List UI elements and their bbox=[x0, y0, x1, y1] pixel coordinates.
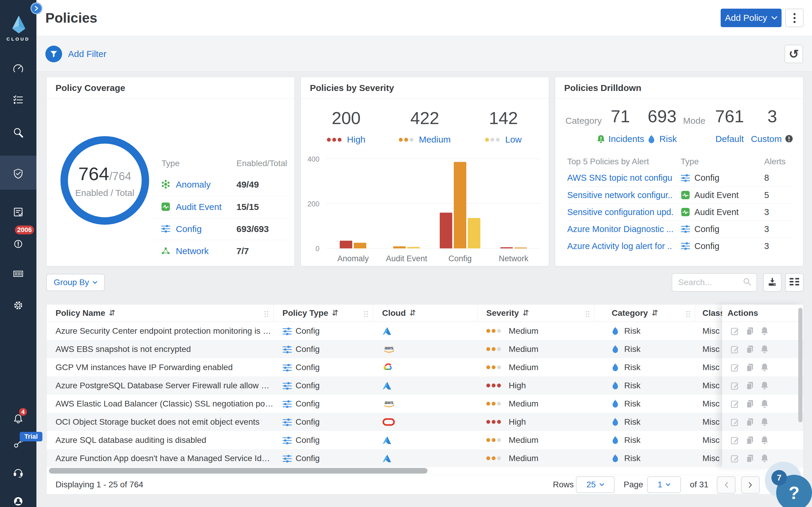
group-by-button[interactable]: Group By bbox=[46, 274, 105, 291]
column-header-severity[interactable]: Severity⇵ bbox=[478, 304, 595, 322]
sort-icon[interactable]: ⇵ bbox=[522, 308, 529, 318]
table-row[interactable]: OCI Object Storage bucket does not emit … bbox=[47, 413, 803, 431]
alert-rule-button[interactable] bbox=[760, 345, 769, 354]
edit-policy-button[interactable] bbox=[730, 417, 740, 427]
clone-policy-button[interactable] bbox=[746, 381, 754, 390]
next-page-button[interactable] bbox=[741, 476, 760, 494]
severity-stat-link[interactable]: Medium bbox=[419, 134, 451, 145]
table-row[interactable]: AWS EBS snapshot is not encryptedConfiga… bbox=[47, 340, 803, 358]
policy-link[interactable]: Sensitive network configur... bbox=[567, 190, 673, 200]
add-policy-button[interactable]: Add Policy bbox=[721, 9, 781, 27]
sidebar-item-settings-gear[interactable] bbox=[0, 299, 37, 312]
drag-handle-icon[interactable] bbox=[686, 310, 690, 320]
policy-name-cell[interactable]: Azure PostgreSQL Database Server Firewal… bbox=[47, 376, 273, 395]
sort-icon[interactable]: ⇵ bbox=[332, 308, 339, 318]
previous-page-button[interactable] bbox=[717, 476, 735, 494]
policy-name-cell[interactable]: AWS EBS snapshot is not encrypted bbox=[47, 340, 273, 358]
column-header-policy-type[interactable]: Policy Type⇵ bbox=[273, 304, 373, 322]
table-row[interactable]: Azure Security Center endpoint protectio… bbox=[47, 322, 803, 340]
clone-policy-button[interactable] bbox=[746, 363, 754, 372]
policy-link[interactable]: AWS SNS topic not configu... bbox=[567, 173, 673, 183]
clone-policy-button[interactable] bbox=[746, 436, 754, 445]
search-input[interactable] bbox=[672, 278, 743, 287]
clone-policy-button[interactable] bbox=[746, 327, 754, 336]
filter-icon[interactable] bbox=[45, 46, 62, 62]
sidebar-item-search-investigate[interactable] bbox=[0, 127, 37, 139]
sidebar-expand-button[interactable] bbox=[31, 2, 42, 14]
alert-rule-button[interactable] bbox=[760, 436, 769, 445]
severity-stat-link[interactable]: Low bbox=[505, 134, 521, 145]
sidebar-item-compliance-clipboard[interactable] bbox=[0, 206, 37, 218]
policy-name-cell[interactable]: AWS Elastic Load Balancer (Classic) SSL … bbox=[47, 395, 273, 413]
table-row[interactable]: Azure Function App doesn't have a Manage… bbox=[47, 449, 803, 467]
table-row[interactable]: Azure PostgreSQL Database Server Firewal… bbox=[47, 376, 803, 395]
policy-name-cell[interactable]: Azure SQL database auditing is disabled bbox=[47, 431, 273, 449]
custom-link[interactable]: Custom bbox=[751, 134, 781, 144]
alert-rule-button[interactable] bbox=[760, 399, 769, 408]
incidents-link[interactable]: Incidents bbox=[608, 134, 644, 144]
edit-policy-button[interactable] bbox=[730, 381, 740, 390]
drag-handle-icon[interactable] bbox=[264, 310, 268, 320]
sort-icon[interactable]: ⇵ bbox=[109, 308, 115, 318]
sort-icon[interactable]: ⇵ bbox=[409, 308, 416, 318]
policy-name-cell[interactable]: GCP VM instances have IP Forwarding enab… bbox=[47, 358, 273, 376]
policy-type-link[interactable]: Network bbox=[176, 246, 237, 256]
sidebar-item-checklist[interactable] bbox=[0, 94, 37, 106]
horizontal-scrollbar[interactable] bbox=[49, 468, 427, 473]
sidebar-item-user-avatar[interactable] bbox=[0, 495, 37, 507]
top5-name-header: Top 5 Policies by Alert bbox=[567, 157, 673, 169]
edit-policy-button[interactable] bbox=[730, 363, 740, 372]
risk-link[interactable]: Risk bbox=[659, 134, 677, 144]
alert-rule-button[interactable] bbox=[760, 417, 769, 427]
sort-icon[interactable]: ⇵ bbox=[651, 308, 658, 318]
edit-policy-button[interactable] bbox=[730, 345, 740, 354]
table-row[interactable]: Azure SQL database auditing is disabledC… bbox=[47, 431, 803, 449]
rows-per-page-select[interactable]: 25 bbox=[576, 476, 615, 493]
column-settings-button[interactable] bbox=[785, 273, 804, 292]
vertical-scrollbar[interactable] bbox=[798, 308, 803, 422]
download-button[interactable] bbox=[763, 273, 781, 292]
clone-policy-button[interactable] bbox=[746, 399, 754, 408]
policy-name-cell[interactable]: Azure Function App doesn't have a Manage… bbox=[47, 449, 273, 467]
top5-policy-row: AWS SNS topic not configu...Config8 bbox=[567, 169, 794, 186]
edit-policy-button[interactable] bbox=[730, 436, 740, 445]
policy-type-link[interactable]: Config bbox=[176, 224, 237, 234]
column-header-cloud[interactable]: Cloud⇵ bbox=[373, 304, 478, 322]
sidebar-item-alerts-circle[interactable] bbox=[0, 238, 37, 250]
add-filter-button[interactable]: Add Filter bbox=[68, 36, 106, 71]
policy-link[interactable]: Sensitive configuration upd... bbox=[567, 207, 673, 217]
policy-link[interactable]: Azure Activity log alert for ... bbox=[567, 241, 673, 251]
policy-link[interactable]: Azure Monitor Diagnostic ... bbox=[567, 224, 673, 234]
sidebar-item-notification-bell[interactable] bbox=[0, 413, 37, 425]
edit-policy-button[interactable] bbox=[730, 454, 740, 463]
clone-policy-button[interactable] bbox=[746, 345, 754, 354]
more-options-button[interactable] bbox=[785, 9, 804, 27]
severity-stat-link[interactable]: High bbox=[347, 134, 365, 145]
clone-policy-button[interactable] bbox=[746, 454, 754, 463]
policy-type-link[interactable]: Anomaly bbox=[176, 179, 237, 190]
sidebar-item-dashboard-gauge[interactable] bbox=[0, 63, 37, 74]
table-row[interactable]: GCP VM instances have IP Forwarding enab… bbox=[47, 358, 803, 376]
severity-stat: 142Low bbox=[464, 108, 543, 145]
sidebar-item-container[interactable] bbox=[0, 268, 37, 279]
sidebar-item-shield-policies[interactable] bbox=[0, 168, 37, 180]
reset-filters-button[interactable]: ↺ bbox=[784, 45, 803, 63]
page-select[interactable]: 1 bbox=[647, 476, 681, 493]
drag-handle-icon[interactable] bbox=[364, 310, 368, 320]
table-row[interactable]: AWS Elastic Load Balancer (Classic) SSL … bbox=[47, 395, 803, 413]
policy-type-link[interactable]: Audit Event bbox=[176, 202, 237, 212]
drag-handle-icon[interactable] bbox=[586, 310, 590, 320]
column-header-policy-name[interactable]: Policy Name⇵ bbox=[47, 304, 273, 322]
alert-rule-button[interactable] bbox=[760, 363, 769, 372]
alert-rule-button[interactable] bbox=[760, 454, 769, 463]
policy-name-cell[interactable]: OCI Object Storage bucket does not emit … bbox=[47, 413, 273, 431]
edit-policy-button[interactable] bbox=[730, 327, 740, 336]
column-header-category[interactable]: Category⇵ bbox=[595, 304, 695, 322]
policy-name-cell[interactable]: Azure Security Center endpoint protectio… bbox=[47, 322, 273, 340]
edit-policy-button[interactable] bbox=[730, 399, 740, 408]
alert-rule-button[interactable] bbox=[760, 381, 769, 390]
alert-rule-button[interactable] bbox=[760, 327, 769, 336]
clone-policy-button[interactable] bbox=[746, 417, 754, 427]
sidebar-item-support-headset[interactable] bbox=[0, 467, 37, 479]
default-link[interactable]: Default bbox=[715, 134, 744, 144]
